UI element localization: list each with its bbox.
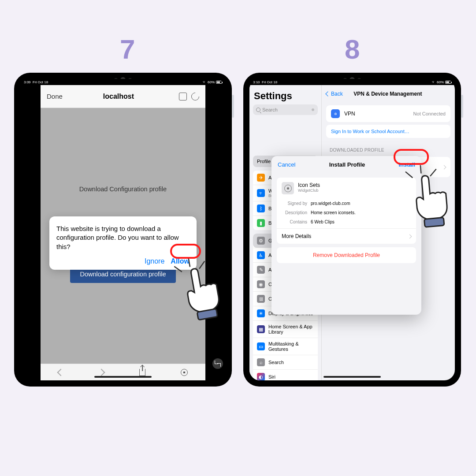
back-button[interactable]: Back	[326, 91, 343, 97]
ipad-step-7: 3:09 Fri Oct 18 ᯤ60% Done localhost Down…	[14, 73, 232, 387]
downloaded-profile-label: DOWNLOADED PROFILE	[322, 141, 455, 154]
pip-button[interactable]	[212, 358, 223, 369]
back-icon[interactable]	[57, 368, 65, 376]
page-heading: Download Configuration profile	[79, 186, 167, 193]
url-title: localhost	[63, 93, 175, 100]
search-icon	[256, 108, 260, 112]
chevron-right-icon	[442, 165, 446, 169]
profile-icon	[282, 182, 294, 194]
signin-row[interactable]: Sign In to Work or School Account…	[326, 125, 450, 138]
safari-icon[interactable]	[181, 369, 188, 376]
alert-message: This website is trying to download a con…	[56, 224, 190, 251]
ignore-button[interactable]: Ignore	[145, 257, 164, 265]
status-bar: 3:10 Fri Oct 18 ᯤ60%	[249, 79, 455, 85]
vpn-icon: ⊜	[331, 109, 340, 118]
status-bar: 3:09 Fri Oct 18 ᯤ60%	[20, 79, 226, 85]
settings-title: Settings	[249, 85, 321, 104]
download-alert: This website is trying to download a con…	[49, 216, 197, 270]
sheet-title: Install Profile	[295, 161, 398, 168]
search-input[interactable]: Search	[253, 104, 318, 115]
ipad-step-8: 3:10 Fri Oct 18 ᯤ60% Settings Search Pro…	[243, 73, 461, 387]
install-profile-sheet: Cancel Install Profile Install Icon Sets…	[271, 156, 421, 315]
share-icon[interactable]	[139, 369, 145, 376]
allow-button[interactable]: Allow	[171, 257, 190, 265]
sidebar-item-search[interactable]: ⌕Search	[253, 355, 318, 369]
chevron-right-icon	[408, 234, 412, 238]
install-button[interactable]: Install	[398, 161, 415, 168]
mic-icon	[311, 107, 315, 112]
reload-icon[interactable]	[190, 91, 201, 102]
reader-icon[interactable]	[179, 93, 187, 100]
profile-name: Icon Sets	[298, 182, 320, 188]
safari-window: Done localhost Download Configuration pr…	[41, 85, 205, 380]
cancel-button[interactable]: Cancel	[278, 161, 295, 168]
detail-title: VPN & Device Management	[343, 91, 433, 97]
forward-icon[interactable]	[98, 368, 105, 376]
sidebar-item-homescreen[interactable]: ▦Home Screen & App Library	[253, 320, 318, 338]
home-indicator[interactable]	[324, 376, 381, 378]
step-number-7: 7	[120, 33, 135, 65]
more-details-row[interactable]: More Details	[277, 228, 416, 244]
step-number-8: 8	[345, 33, 360, 65]
profile-publisher: WidgetClub	[298, 188, 320, 193]
remove-profile-button[interactable]: Remove Downloaded Profile	[277, 247, 416, 263]
sidebar-item-multitasking[interactable]: ▭Multitasking & Gestures	[253, 338, 318, 355]
home-indicator[interactable]	[94, 376, 152, 378]
sidebar-item-siri[interactable]: ◐Siri	[253, 369, 318, 380]
done-button[interactable]: Done	[47, 93, 63, 100]
vpn-row[interactable]: ⊜VPNNot Connected	[326, 105, 450, 122]
